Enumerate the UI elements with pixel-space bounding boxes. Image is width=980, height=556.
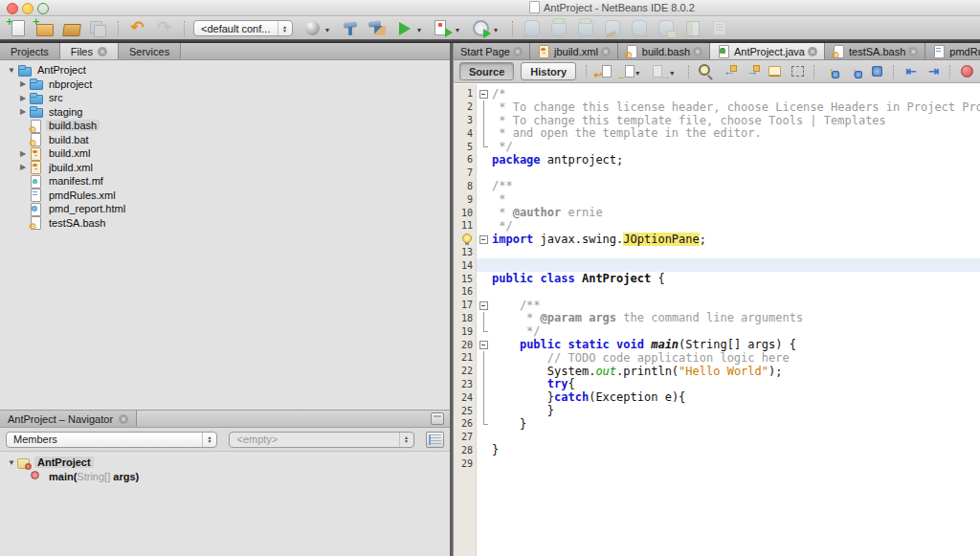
editor-tab-start-page[interactable]: Start Page (454, 43, 530, 59)
close-icon[interactable] (513, 47, 523, 56)
expander-icon[interactable] (17, 149, 29, 158)
code-fold-icon[interactable] (477, 417, 492, 431)
code-fold-icon[interactable] (477, 324, 492, 338)
code-line-9[interactable]: 9 * (454, 192, 980, 206)
expander-icon[interactable] (17, 163, 29, 171)
code-fold-icon[interactable] (477, 87, 492, 100)
code-fold-icon[interactable] (477, 100, 492, 114)
code-fold-icon[interactable] (477, 351, 492, 365)
code-fold-icon[interactable] (477, 126, 492, 140)
dropdown-caret-icon[interactable] (635, 69, 643, 78)
set-configuration-button[interactable] (302, 19, 323, 38)
code-fold-icon[interactable] (477, 114, 492, 127)
run-project-button[interactable] (394, 19, 414, 38)
code-line-11[interactable]: 11 */ (454, 219, 980, 233)
shift-line-left-button[interactable] (901, 63, 921, 80)
code-line-18[interactable]: 18 * @param args the command line argume… (454, 312, 980, 325)
file-tree-item-build-bat[interactable]: build.bat (0, 133, 450, 147)
dropdown-caret-icon[interactable] (325, 26, 333, 34)
code-fold-icon[interactable] (477, 404, 492, 417)
find-selection-button[interactable] (696, 63, 716, 80)
config-combobox[interactable]: <default conf... (193, 20, 293, 36)
new-file-button[interactable] (8, 19, 28, 38)
code-line-24[interactable]: 24 }catch(Exception e){ (454, 390, 980, 404)
file-tree-item-build-xml[interactable]: build.xml (0, 146, 450, 161)
editor-tab-pmdrules-xml[interactable]: pmdRules.xml (925, 43, 980, 59)
code-line-20[interactable]: 20 public static void main(String[] args… (454, 338, 980, 351)
editor-tab-build-bash[interactable]: build.bash (618, 43, 710, 59)
file-tree-item-staging[interactable]: staging (0, 105, 450, 120)
close-icon[interactable] (693, 47, 702, 56)
code-fold-icon[interactable] (477, 338, 492, 351)
code-line-16[interactable]: 16 (454, 285, 980, 299)
code-editor[interactable]: 1/*2 * To change this license header, ch… (454, 84, 980, 556)
zoom-window-button[interactable] (37, 3, 49, 14)
tab-files[interactable]: Files (60, 43, 119, 59)
code-fold-icon[interactable] (477, 378, 492, 391)
close-icon[interactable] (119, 414, 128, 424)
code-line-3[interactable]: 3 * To change this template file, choose… (454, 114, 980, 127)
file-tree-item-testsa-bash[interactable]: testSA.bash (0, 216, 450, 231)
code-line-22[interactable]: 22 System.out.println("Hello World"); (454, 365, 980, 378)
clean-and-build-project-button[interactable] (368, 19, 388, 38)
code-fold-icon[interactable] (477, 390, 492, 404)
code-line-10[interactable]: 10 * @author ernie (454, 206, 980, 219)
file-tree-item-pmd-report-html[interactable]: pmd_report.html (0, 202, 450, 216)
navigator-item[interactable]: AntProject (0, 456, 450, 470)
history-button[interactable]: History (521, 62, 576, 80)
file-tree-item-nbproject[interactable]: nbproject (0, 78, 450, 92)
code-line-1[interactable]: 1/* (454, 87, 980, 100)
editor-tab-jbuild-xml[interactable]: jbuild.xml (530, 43, 618, 59)
profile-project-button[interactable] (471, 19, 491, 38)
dropdown-caret-icon[interactable] (456, 26, 463, 34)
file-tree-item-build-bash[interactable]: build.bash (0, 119, 450, 133)
dropdown-caret-icon[interactable] (494, 26, 501, 34)
members-combobox[interactable]: Members (6, 432, 217, 448)
code-line-5[interactable]: 5 */ (454, 140, 980, 153)
file-tree-item-src[interactable]: src (0, 91, 450, 105)
code-fold-icon[interactable] (477, 299, 492, 312)
dropdown-caret-icon[interactable] (417, 26, 425, 34)
new-project-button[interactable] (34, 19, 55, 38)
file-tree-item-jbuild-xml[interactable]: jbuild.xml (0, 161, 450, 175)
code-line-27[interactable]: 27 (454, 431, 980, 444)
previous-occurrence-button[interactable] (719, 63, 739, 80)
last-edit-location-button[interactable] (593, 63, 613, 80)
toggle-highlight-search-button[interactable] (765, 63, 785, 80)
warning-bulb-icon[interactable] (454, 233, 476, 245)
expander-icon[interactable] (17, 94, 29, 102)
code-fold-icon[interactable] (477, 312, 492, 325)
close-icon[interactable] (601, 47, 611, 56)
source-button[interactable]: Source (459, 62, 514, 80)
close-icon[interactable] (908, 47, 918, 56)
code-line-21[interactable]: 21 // TODO code application logic here (454, 351, 980, 365)
expander-icon[interactable] (6, 458, 17, 467)
expander-icon[interactable] (17, 107, 29, 116)
code-line-15[interactable]: 15public class AntProject { (454, 272, 980, 285)
code-line-17[interactable]: 17 /** (454, 299, 980, 312)
start-macro-recording-button[interactable] (957, 63, 977, 80)
open-project-button[interactable] (61, 19, 81, 38)
tab-services[interactable]: Services (119, 43, 181, 59)
code-fold-icon[interactable] (477, 365, 492, 378)
close-icon[interactable] (98, 47, 107, 56)
dropdown-caret-icon[interactable] (670, 69, 678, 78)
code-line-13[interactable]: 13 (454, 246, 980, 259)
code-line-28[interactable]: 28} (454, 444, 980, 457)
code-fold-icon[interactable] (477, 140, 492, 153)
shift-line-right-button[interactable] (924, 63, 944, 80)
code-line-26[interactable]: 26 } (454, 417, 980, 431)
close-window-button[interactable] (7, 3, 18, 14)
code-line-6[interactable]: 6package antproject; (454, 153, 980, 167)
file-tree-item-pmdrules-xml[interactable]: pmdRules.xml (0, 189, 450, 203)
code-line-7[interactable]: 7 (454, 167, 980, 180)
navigator-item[interactable]: main(String[] args) (0, 470, 450, 484)
toggle-bookmark-button[interactable] (867, 63, 887, 80)
expander-icon[interactable] (6, 66, 17, 75)
code-line-12[interactable]: import javax.swing.JOptionPane; (454, 233, 980, 246)
expander-icon[interactable] (17, 79, 29, 88)
navigator-tab[interactable]: AntProject – Navigator (0, 411, 137, 427)
code-line-4[interactable]: 4 * and open the template in the editor. (454, 126, 980, 140)
code-line-8[interactable]: 8/** (454, 180, 980, 193)
toggle-rectangular-selection-button[interactable] (788, 63, 808, 80)
